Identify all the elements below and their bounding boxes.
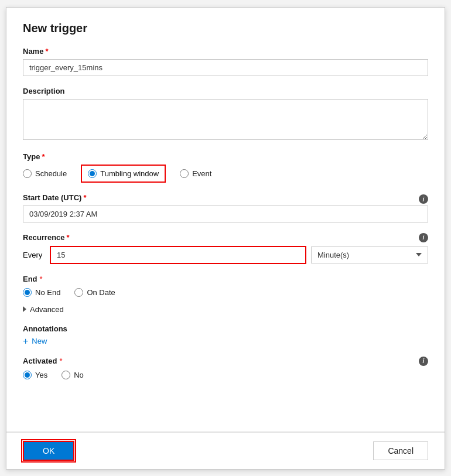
end-radio-group: No End On Date: [23, 288, 428, 297]
type-field-group: Type * Schedule Tumbling window Event: [23, 152, 428, 183]
end-label: End: [23, 275, 37, 283]
plus-icon: +: [23, 337, 28, 346]
type-tumbling-radio[interactable]: [88, 169, 97, 178]
activated-info-icon[interactable]: i: [419, 357, 428, 366]
start-date-info-icon[interactable]: i: [419, 194, 428, 204]
end-no-end-option[interactable]: No End: [23, 288, 60, 297]
type-tumbling-option[interactable]: Tumbling window: [88, 169, 159, 178]
ok-button[interactable]: OK: [23, 441, 74, 461]
activated-radio-group: Yes No: [23, 371, 428, 379]
activated-required-star: *: [60, 357, 63, 365]
end-no-end-radio[interactable]: [23, 288, 32, 297]
end-required-star: *: [40, 275, 43, 283]
dialog-footer: OK Cancel: [6, 432, 445, 469]
description-field-group: Description: [23, 87, 428, 142]
start-date-required-star: *: [83, 193, 86, 202]
activated-no-option[interactable]: No: [62, 371, 84, 379]
type-event-radio[interactable]: [180, 169, 189, 178]
type-label: Type *: [23, 152, 428, 161]
description-label: Description: [23, 87, 428, 95]
recurrence-input-row: Every Minute(s) Hour(s) Day(s) Week(s) M…: [23, 246, 428, 264]
name-label: Name *: [23, 47, 48, 56]
activated-yes-radio[interactable]: [23, 371, 32, 379]
new-trigger-dialog: New trigger Name * Description Type *: [6, 7, 445, 470]
new-annotation-label: New: [32, 337, 47, 345]
name-input[interactable]: [23, 59, 428, 76]
activated-no-radio[interactable]: [62, 371, 70, 379]
annotations-label: Annotations: [23, 324, 428, 333]
end-on-date-radio[interactable]: [74, 288, 83, 297]
name-required-star: *: [45, 47, 48, 56]
name-field-group: Name *: [23, 47, 428, 76]
type-event-option[interactable]: Event: [180, 169, 211, 178]
recurrence-label: Recurrence *: [23, 233, 419, 242]
advanced-section[interactable]: Advanced: [23, 305, 428, 314]
type-radio-group: Schedule Tumbling window Event: [23, 165, 428, 183]
end-on-date-option[interactable]: On Date: [74, 288, 115, 297]
advanced-label: Advanced: [30, 305, 64, 314]
start-date-input[interactable]: [23, 206, 428, 222]
advanced-chevron-icon: [23, 306, 26, 312]
recurrence-value-input[interactable]: [50, 246, 306, 264]
recurrence-required-star: *: [67, 233, 70, 242]
recurrence-field-group: Recurrence * i Every Minute(s) Hour(s) D…: [23, 233, 428, 264]
recurrence-unit-select[interactable]: Minute(s) Hour(s) Day(s) Week(s) Month(s…: [311, 246, 428, 263]
recurrence-info-icon[interactable]: i: [419, 233, 428, 242]
start-date-label: Start Date (UTC) *: [23, 193, 419, 202]
end-label-row: End *: [23, 275, 428, 283]
type-required-star: *: [42, 152, 45, 161]
cancel-button[interactable]: Cancel: [373, 441, 428, 460]
type-tumbling-wrapper: Tumbling window: [81, 165, 166, 183]
new-annotation-button[interactable]: + New: [23, 337, 47, 346]
start-date-field-group: Start Date (UTC) * i: [23, 193, 428, 222]
dialog-body: New trigger Name * Description Type *: [6, 8, 445, 432]
activated-field-group: Activated * i Yes No: [23, 357, 428, 379]
type-schedule-radio[interactable]: [23, 169, 32, 178]
type-schedule-option[interactable]: Schedule: [23, 169, 67, 178]
activated-label-row: Activated * i: [23, 357, 428, 366]
every-label: Every: [23, 251, 45, 259]
annotations-section: Annotations + New: [23, 324, 428, 346]
dialog-title: New trigger: [23, 22, 428, 35]
activated-yes-option[interactable]: Yes: [23, 371, 47, 379]
activated-label: Activated: [23, 357, 57, 365]
end-field-group: End * No End On Date: [23, 275, 428, 297]
description-input[interactable]: [23, 99, 428, 140]
